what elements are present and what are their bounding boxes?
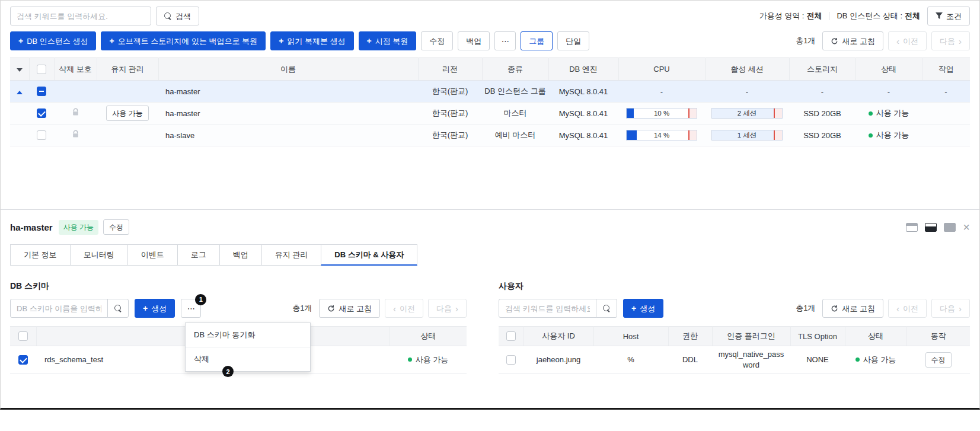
restore-from-object-storage-button[interactable]: + 오브젝트 스토리지에 있는 백업으로 복원 bbox=[101, 31, 266, 50]
panel-size-full-icon[interactable] bbox=[944, 223, 956, 232]
group-view-label: 그룹 bbox=[529, 37, 544, 45]
close-icon[interactable]: × bbox=[963, 221, 970, 233]
condition-button[interactable]: 조건 bbox=[927, 7, 970, 25]
user-search-button[interactable] bbox=[596, 299, 617, 318]
schema-col-status: 상태 bbox=[390, 327, 467, 346]
users-refresh-button[interactable]: 새로 고침 bbox=[822, 299, 883, 318]
schema-create-button[interactable]: + 생성 bbox=[135, 299, 175, 318]
instance-engine: MySQL 8.0.41 bbox=[548, 124, 618, 146]
table-row[interactable]: ha-master 한국(판교) DB 인스턴스 그룹 MySQL 8.0.41… bbox=[10, 81, 970, 103]
total-count: 총1개 bbox=[796, 36, 815, 46]
create-instance-button[interactable]: + DB 인스턴스 생성 bbox=[10, 31, 96, 50]
table-row[interactable]: ha-slave 한국(판교) 예비 마스터 MySQL 8.0.41 14 % bbox=[10, 124, 970, 146]
prev-label: 이전 bbox=[400, 305, 415, 312]
col-active-sessions: 활성 세션 bbox=[705, 58, 789, 81]
tab-maintenance[interactable]: 유지 관리 bbox=[261, 244, 322, 266]
row-checkbox[interactable] bbox=[37, 130, 46, 140]
session-meter: 2 세션 bbox=[711, 108, 783, 119]
single-view-button[interactable]: 단일 bbox=[557, 31, 589, 50]
divider bbox=[829, 12, 829, 20]
single-view-label: 단일 bbox=[566, 37, 581, 45]
instance-detail-panel: ha-master 사용 가능 수정 × 기본 정보 모니터링 이벤트 로그 백… bbox=[1, 209, 979, 373]
user-edit-button[interactable]: 수정 bbox=[925, 352, 952, 368]
chevron-left-icon: ‹ bbox=[896, 37, 899, 46]
select-all-checkbox[interactable] bbox=[37, 65, 46, 74]
col-kind: 종류 bbox=[482, 58, 548, 81]
status-dot-icon bbox=[855, 357, 860, 362]
expand-all-header[interactable] bbox=[10, 58, 29, 81]
col-status: 상태 bbox=[855, 58, 922, 81]
users-prev-button[interactable]: ‹ 이전 bbox=[888, 299, 927, 318]
search-icon bbox=[114, 305, 122, 312]
schema-search-button[interactable] bbox=[107, 299, 129, 318]
detail-status-badge: 사용 가능 bbox=[59, 220, 98, 235]
refresh-button[interactable]: 새로 고침 bbox=[822, 31, 883, 50]
schema-more-button[interactable]: ⋯ 1 bbox=[181, 299, 201, 318]
search-input[interactable] bbox=[10, 7, 151, 25]
refresh-icon bbox=[831, 37, 838, 45]
tab-logs[interactable]: 로그 bbox=[177, 244, 220, 266]
status-label: 사용 가능 bbox=[876, 130, 909, 141]
table-row[interactable]: 사용 가능 ha-master 한국(판교) 마스터 MySQL 8.0.41 … bbox=[10, 103, 970, 124]
next-label: 다음 bbox=[940, 37, 955, 45]
prev-page-button[interactable]: ‹ 이전 bbox=[888, 31, 927, 50]
status-label: 사용 가능 bbox=[876, 108, 909, 119]
create-read-replica-button[interactable]: + 읽기 복제본 생성 bbox=[270, 31, 353, 50]
row-checkbox[interactable] bbox=[18, 355, 28, 365]
user-create-button[interactable]: + 생성 bbox=[623, 299, 663, 318]
panel-size-small-icon[interactable] bbox=[906, 223, 918, 232]
schema-search-input[interactable] bbox=[10, 299, 108, 318]
tab-events[interactable]: 이벤트 bbox=[127, 244, 178, 266]
detail-tabs: 기본 정보 모니터링 이벤트 로그 백업 유지 관리 DB 스키마 & 사용자 bbox=[10, 244, 970, 266]
chevron-left-icon: ‹ bbox=[896, 304, 899, 313]
menu-item-schema-sync[interactable]: DB 스키마 동기화 bbox=[186, 323, 310, 347]
detail-edit-button[interactable]: 수정 bbox=[103, 219, 129, 235]
panel-size-half-icon[interactable] bbox=[925, 223, 937, 232]
user-row[interactable]: jaeheon.jung % DDL mysql_native_password… bbox=[499, 346, 970, 373]
edit-label: 수정 bbox=[429, 37, 445, 45]
backup-button[interactable]: 백업 bbox=[458, 31, 490, 50]
schema-prev-button[interactable]: ‹ 이전 bbox=[385, 299, 423, 318]
schema-next-button[interactable]: 다음 › bbox=[428, 299, 467, 318]
instance-name: ha-master bbox=[158, 81, 418, 103]
col-maintenance: 유지 관리 bbox=[97, 58, 158, 81]
chevron-right-icon: › bbox=[455, 304, 458, 313]
tab-monitoring[interactable]: 모니터링 bbox=[70, 244, 128, 266]
select-all-checkbox[interactable] bbox=[506, 331, 516, 341]
search-icon bbox=[164, 12, 172, 20]
refresh-icon bbox=[327, 305, 335, 312]
schema-select-all-header[interactable] bbox=[10, 327, 36, 346]
row-checkbox[interactable] bbox=[37, 87, 46, 96]
instance-status-label: DB 인스턴스 상태 : bbox=[837, 11, 902, 20]
instance-storage: - bbox=[789, 81, 855, 103]
refresh-label: 새로 고침 bbox=[339, 305, 372, 312]
search-button[interactable]: 검색 bbox=[156, 7, 199, 25]
group-view-button[interactable]: 그룹 bbox=[521, 31, 553, 50]
users-select-all-header[interactable] bbox=[499, 327, 523, 346]
user-search-input[interactable] bbox=[499, 299, 596, 318]
instance-sessions: - bbox=[705, 81, 789, 103]
schema-refresh-button[interactable]: 새로 고침 bbox=[319, 299, 380, 318]
tab-db-schema-users[interactable]: DB 스키마 & 사용자 bbox=[321, 244, 417, 266]
maintenance-status-button[interactable]: 사용 가능 bbox=[106, 106, 148, 121]
menu-item-delete[interactable]: 삭제 2 bbox=[186, 347, 310, 371]
row-checkbox[interactable] bbox=[37, 108, 46, 118]
create-read-replica-label: 읽기 복제본 생성 bbox=[287, 37, 345, 45]
point-in-time-restore-button[interactable]: + 시점 복원 bbox=[359, 31, 417, 50]
collapse-group-icon[interactable] bbox=[17, 91, 23, 94]
next-page-button[interactable]: 다음 › bbox=[931, 31, 970, 50]
availability-zone-filter: 가용성 영역 :전체 bbox=[759, 11, 822, 21]
instance-status: - bbox=[855, 81, 922, 103]
tab-backup[interactable]: 백업 bbox=[219, 244, 262, 266]
cpu-meter: 14 % bbox=[626, 130, 697, 141]
more-actions-button[interactable]: ⋯ bbox=[494, 31, 516, 50]
tab-basic-info[interactable]: 기본 정보 bbox=[10, 244, 71, 266]
users-next-button[interactable]: 다음 › bbox=[931, 299, 970, 318]
instance-cpu: - bbox=[618, 81, 705, 103]
instance-status-filter: DB 인스턴스 상태 :전체 bbox=[837, 11, 920, 21]
edit-button[interactable]: 수정 bbox=[421, 31, 453, 50]
row-checkbox[interactable] bbox=[506, 355, 516, 365]
select-all-header[interactable] bbox=[29, 58, 54, 81]
select-all-checkbox[interactable] bbox=[18, 331, 28, 341]
users-col-tls-option: TLS Option bbox=[790, 327, 845, 346]
